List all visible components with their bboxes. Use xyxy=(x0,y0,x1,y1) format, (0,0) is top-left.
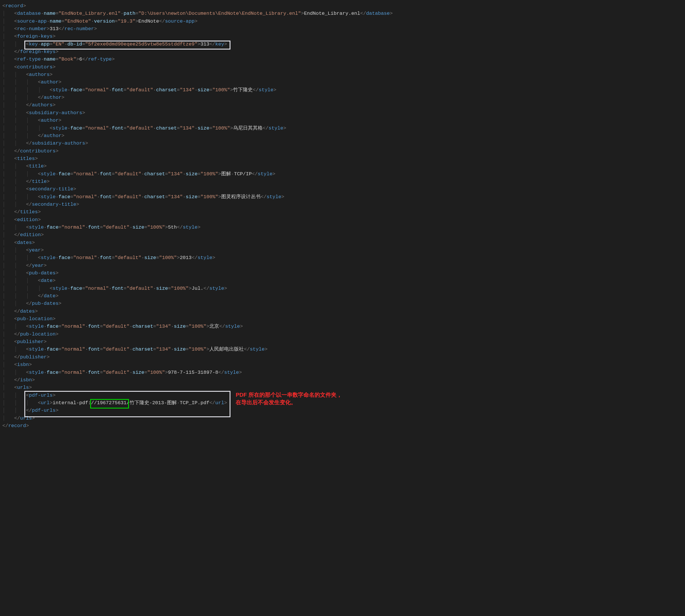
line-fk-open: │ <foreign-keys> xyxy=(2,33,683,40)
line-url: │ │ │ <url>internal-pdf://1967275631/竹下隆… xyxy=(2,399,683,407)
annotation-text: PDF 所在的那个以一串数字命名的文件夹， 在导出后不会发生变化。 xyxy=(236,391,342,406)
line-date-style: │ │ │ │ <style·face="normal"·font="defau… xyxy=(2,285,683,292)
line-publisher-style: │ │ <style·face="normal"·font="default"·… xyxy=(2,346,683,353)
line-fk-close: │ </foreign-keys> xyxy=(2,48,683,56)
line-subauthor-style: │ │ │ │ <style·face="normal"·font="defau… xyxy=(2,125,683,132)
xml-code-block: <record> │ <database·name="EndNote_Libra… xyxy=(2,2,683,430)
line-key: │ │ <key·app="EN"·db-id="5f2exe0dmd90eqe… xyxy=(2,41,683,48)
line-author-style: │ │ │ │ <style·face="normal"·font="defau… xyxy=(2,86,683,94)
line-secondary-style: │ │ │ <style·face="normal"·font="default… xyxy=(2,193,683,201)
line-record-close: </record> xyxy=(2,422,683,430)
line-title-style: │ │ │ <style·face="normal"·font="default… xyxy=(2,170,683,178)
line-edition-style: │ │ <style·face="normal"·font="default"·… xyxy=(2,224,683,231)
line-rec-number: │ <rec-number>313</rec-number> xyxy=(2,25,683,33)
line-year-style: │ │ │ <style·face="normal"·font="default… xyxy=(2,254,683,262)
line-contrib-open: │ <contributors> xyxy=(2,63,683,71)
line-record-open: <record> xyxy=(2,2,683,10)
line-isbn-style: │ │ <style·face="normal"·font="default"·… xyxy=(2,369,683,376)
line-database: │ <database·name="EndNote_Library.enl"·p… xyxy=(2,10,683,17)
line-publoc-style: │ │ <style·face="normal"·font="default"·… xyxy=(2,323,683,330)
line-ref-type: │ <ref-type·name="Book">6</ref-type> xyxy=(2,56,683,63)
line-source-app: │ <source-app·name="EndNote"·version="19… xyxy=(2,18,683,25)
